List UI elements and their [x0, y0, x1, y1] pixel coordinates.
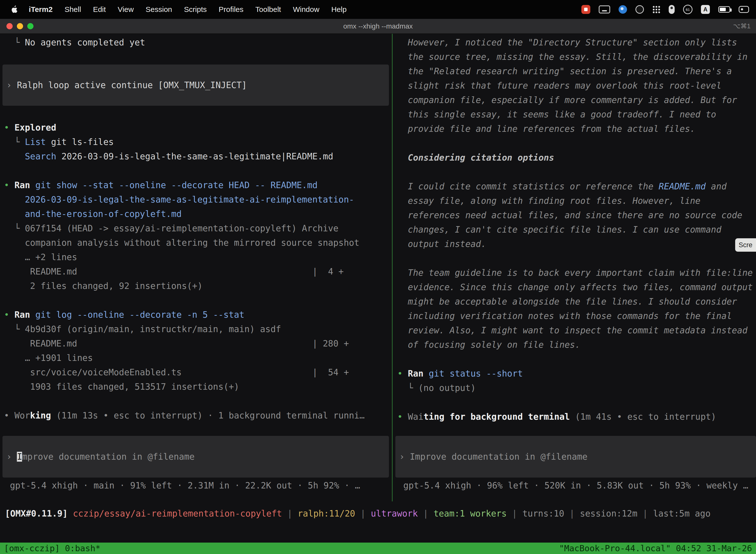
text-segment: 2 files changed, 92 insertions(+)	[4, 281, 203, 291]
right-prompt-input[interactable]: › Improve documentation in @filename	[395, 436, 756, 478]
text-segment: mprove documentation in @filename	[22, 452, 194, 462]
terminal-line: provide file and line references from th…	[397, 122, 756, 136]
battery-fill	[720, 8, 726, 11]
text-segment: ›	[399, 452, 410, 462]
menu-item-shell[interactable]: Shell	[59, 5, 87, 13]
text-segment: └ 4b9d30f (origin/main, instructkr/main,…	[4, 324, 281, 334]
text-segment: the source tree, missing the essay. Stil…	[397, 52, 748, 62]
text-segment: List	[25, 137, 46, 147]
tmux-host-clock-label: "MacBook-Pro-44.local" 04:52 31-Mar-26	[559, 543, 752, 554]
blue-app-icon[interactable]	[619, 5, 627, 14]
text-segment: 2026-03-09-is-legal-the-same-as-legitima…	[56, 151, 333, 161]
text-segment: •	[4, 310, 14, 320]
pane-divider[interactable]	[392, 34, 393, 501]
text-segment: git ls-files	[46, 137, 114, 147]
terminal-line	[397, 165, 756, 179]
input-source-icon[interactable]: A	[701, 5, 710, 14]
menu-item-scripts[interactable]: Scripts	[178, 5, 213, 13]
password-manager-icon[interactable]	[669, 5, 675, 14]
text-segment: session:12m	[580, 509, 637, 518]
terminal-line: slight risk that future readers may over…	[397, 78, 756, 93]
agent-summary-lines: └ No agents completed yet	[4, 35, 392, 50]
battery-gauge-icon[interactable]: 61	[683, 5, 693, 14]
terminal-line: evidence. Since this change only affects…	[397, 280, 756, 294]
menu-item-edit[interactable]: Edit	[87, 5, 112, 13]
menu-item-help[interactable]: Help	[325, 5, 353, 13]
text-segment: |	[282, 509, 298, 518]
terminal-line	[397, 251, 756, 266]
terminal-line: I could cite commit statistics or refere…	[397, 179, 756, 193]
menu-item-window[interactable]: Window	[287, 5, 325, 13]
text-segment: |	[418, 509, 434, 518]
terminal-line: output instead.	[397, 237, 756, 251]
text-segment: output instead.	[397, 239, 486, 249]
menu-items: iTerm2ShellEditViewSessionScriptsProfile…	[23, 5, 353, 14]
terminal-line	[4, 293, 392, 308]
window-shortcut-badge: ⌥⌘1	[733, 22, 756, 30]
text-segment: evidence. Since this change only affects…	[397, 282, 753, 292]
text-segment: Search	[25, 151, 56, 161]
minimize-button[interactable]	[17, 23, 23, 29]
text-segment: README.md	[659, 181, 706, 191]
menu-item-view[interactable]: View	[112, 5, 140, 13]
text-segment: this single essay, it seems like a good …	[397, 109, 716, 119]
text-segment: ›	[6, 80, 17, 90]
terminal-line: 2 files changed, 92 insertions(+)	[4, 279, 392, 293]
terminal-line: README.md | 280 +	[4, 336, 392, 351]
text-segment: Ralph loop active continue [OMX_TMUX_INJ…	[17, 80, 247, 90]
screen-recording-indicator-icon[interactable]	[581, 5, 590, 14]
control-center-icon[interactable]	[739, 6, 749, 13]
menu-item-iterm2[interactable]: iTerm2	[23, 5, 59, 13]
terminal-line: • Working (11m 13s • esc to interrupt) ·…	[4, 408, 392, 423]
text-segment: src/voice/voiceModeEnabled.ts | 54 +	[4, 367, 349, 377]
dark-app-icon[interactable]	[635, 5, 644, 14]
terminal-line: the "Related research writing" section i…	[397, 64, 756, 78]
text-segment: gpt-5.4 xhigh · 96% left · 520K in · 5.8…	[403, 481, 748, 491]
apple-menu-icon[interactable]	[10, 4, 18, 14]
terminal-line: The team guideline is to back every impo…	[397, 266, 756, 280]
text-segment: Ran	[408, 369, 429, 379]
text-segment: ting for background terminal	[423, 412, 570, 422]
app-grid-icon[interactable]	[652, 5, 660, 13]
terminal-line: … +1901 lines	[4, 351, 392, 365]
text-segment: might be acceptable alongside the file l…	[397, 296, 737, 307]
text-segment: Considering citation options	[397, 153, 554, 163]
zoom-button[interactable]	[27, 23, 34, 29]
terminal-line: └ No agents completed yet	[4, 35, 392, 50]
text-segment: (11m 13s • esc to interrupt) · 1 backgro…	[51, 410, 365, 421]
window-title-bar[interactable]: omx --xhigh --madmax ⌥⌘1	[0, 19, 756, 34]
keyboard-icon[interactable]	[599, 5, 610, 13]
terminal-line	[397, 136, 756, 151]
text-segment: essay file, along with finding root file…	[397, 196, 700, 206]
battery-icon[interactable]	[718, 6, 730, 13]
menu-item-session[interactable]: Session	[140, 5, 178, 13]
menu-item-toolbelt[interactable]: Toolbelt	[250, 5, 287, 13]
menubar-status-icons: 61 A	[581, 5, 756, 14]
input-source-label: A	[703, 6, 708, 13]
terminal-line: └ 4b9d30f (origin/main, instructkr/main,…	[4, 322, 392, 336]
menu-item-profiles[interactable]: Profiles	[212, 5, 249, 13]
terminal-line: • Waiting for background terminal (1m 41…	[397, 409, 756, 424]
text-segment: … +1901 lines	[4, 353, 93, 363]
text-segment: git log --oneline --decorate -n 5 --stat	[35, 310, 244, 320]
close-button[interactable]	[6, 23, 13, 29]
agent-transcript: • Explored └ List git ls-files Search 20…	[4, 120, 392, 423]
text-segment: gpt-5.4 xhigh · main · 91% left · 2.31M …	[10, 481, 360, 491]
text-segment: Ran	[14, 310, 35, 320]
text-segment: [OMX#0.11.9]	[5, 509, 73, 518]
text-segment: companion analysis without altering the …	[4, 238, 359, 248]
text-segment: Explored	[14, 123, 56, 132]
text-segment: |	[507, 509, 522, 518]
text-segment: turns:10	[522, 509, 564, 518]
text-segment: review. Also, I might want to inspect th…	[397, 325, 748, 335]
text-segment: ›	[6, 452, 17, 462]
screen-sharing-tab[interactable]: Scre	[735, 238, 756, 252]
text-segment: slight risk that future readers may over…	[397, 81, 721, 91]
text-segment: 1903 files changed, 513517 insertions(+)	[4, 382, 239, 392]
left-prompt-input[interactable]: › Improve documentation in @filename	[2, 436, 389, 478]
terminal-line: 1903 files changed, 513517 insertions(+)	[4, 380, 392, 394]
terminal: └ No agents completed yet › Ralph loop a…	[0, 34, 756, 554]
text-segment: └ 067f154 (HEAD -> essay/ai-reimplementa…	[4, 223, 338, 233]
text-segment: └	[4, 137, 25, 147]
tmux-status-bar: [omx-cczip] 0:bash* "MacBook-Pro-44.loca…	[0, 543, 756, 554]
